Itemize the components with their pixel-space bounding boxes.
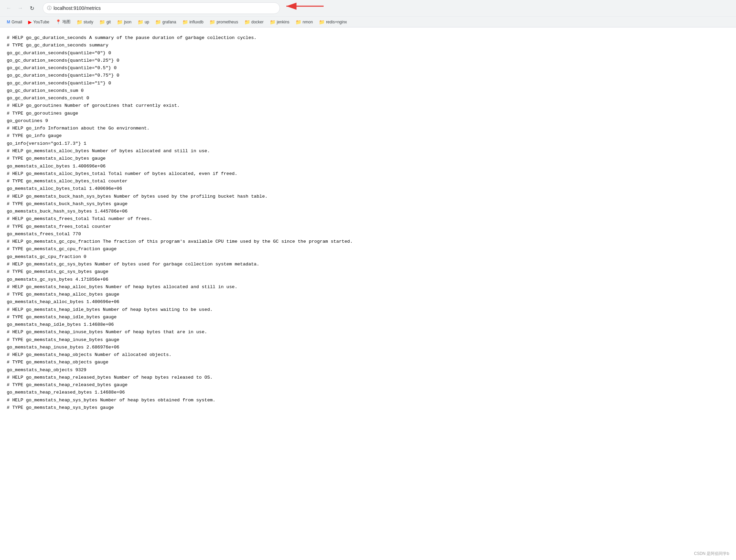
address-bar-row: ← → ↻ ⓘ localhost:9100/metrics (0, 0, 736, 16)
bookmark-redis-nginx[interactable]: 📁 redis+nginx (316, 18, 350, 26)
bookmark-prometheus[interactable]: 📁 prometheus (207, 18, 241, 26)
bookmark-label: redis+nginx (326, 20, 347, 24)
browser-chrome: ← → ↻ ⓘ localhost:9100/metrics (0, 0, 736, 27)
bookmark-label: up (145, 20, 149, 24)
metrics-content: # HELP go_gc_duration_seconds A summary … (0, 27, 736, 418)
folder-icon: 📁 (319, 19, 325, 25)
metrics-line: # HELP go_memstats_heap_sys_bytes Number… (7, 397, 729, 404)
folder-icon: 📁 (155, 19, 161, 25)
maps-icon: 📍 (56, 19, 61, 24)
metrics-line: go_memstats_buck_hash_sys_bytes 1.445786… (7, 208, 729, 215)
metrics-line: # TYPE go_memstats_heap_idle_bytes gauge (7, 314, 729, 321)
metrics-line: # HELP go_memstats_heap_alloc_bytes Numb… (7, 283, 729, 291)
address-bar[interactable]: ⓘ localhost:9100/metrics (43, 2, 280, 14)
metrics-line: go_memstats_heap_released_bytes 1.14688e… (7, 389, 729, 396)
metrics-line: # TYPE go_memstats_heap_sys_bytes gauge (7, 404, 729, 412)
metrics-line: # TYPE go_memstats_heap_inuse_bytes gaug… (7, 336, 729, 344)
metrics-line: go_memstats_heap_alloc_bytes 1.400696e+0… (7, 298, 729, 306)
metrics-line: go_gc_duration_seconds_count 0 (7, 95, 729, 102)
folder-icon: 📁 (117, 19, 123, 25)
bookmark-label: study (84, 20, 94, 24)
metrics-line: go_memstats_heap_objects 9329 (7, 366, 729, 374)
metrics-line: # HELP go_memstats_frees_total Total num… (7, 215, 729, 223)
metrics-line: go_memstats_gc_sys_bytes 4.171856e+06 (7, 276, 729, 283)
security-icon: ⓘ (47, 5, 52, 11)
bookmark-label: YouTube (33, 20, 49, 24)
metrics-line: # TYPE go_memstats_alloc_bytes_total cou… (7, 178, 729, 185)
bookmark-up[interactable]: 📁 up (135, 18, 152, 26)
metrics-line: # HELP go_goroutines Number of goroutine… (7, 102, 729, 109)
metrics-line: # HELP go_memstats_buck_hash_sys_bytes N… (7, 193, 729, 200)
bookmark-gmail[interactable]: M Gmail (4, 19, 25, 25)
metrics-line: # TYPE go_memstats_buck_hash_sys_bytes g… (7, 200, 729, 208)
metrics-line: go_gc_duration_seconds{quantile="1"} 0 (7, 80, 729, 87)
metrics-line: # HELP go_memstats_heap_inuse_bytes Numb… (7, 328, 729, 336)
gmail-icon: M (7, 20, 10, 24)
nav-buttons: ← → ↻ (4, 3, 37, 13)
bookmark-grafana[interactable]: 📁 grafana (152, 18, 179, 26)
metrics-line: # TYPE go_memstats_gc_sys_bytes gauge (7, 268, 729, 276)
metrics-line: go_gc_duration_seconds{quantile="0.75"} … (7, 72, 729, 79)
bookmark-label: 地图 (62, 19, 70, 25)
metrics-line: # HELP go_memstats_gc_sys_bytes Number o… (7, 261, 729, 268)
bookmark-label: git (106, 20, 111, 24)
folder-icon: 📁 (77, 19, 82, 25)
back-button[interactable]: ← (4, 3, 14, 13)
url-display: localhost:9100/metrics (54, 5, 101, 11)
metrics-line: # HELP go_info Information about the Go … (7, 125, 729, 132)
metrics-line: # HELP go_memstats_heap_idle_bytes Numbe… (7, 306, 729, 314)
bookmark-youtube[interactable]: ▶ YouTube (25, 18, 52, 26)
metrics-line: # TYPE go_memstats_heap_objects gauge (7, 359, 729, 366)
bookmark-label: jenkins (277, 20, 289, 24)
metrics-line: go_goroutines 9 (7, 117, 729, 125)
metrics-line: # TYPE go_goroutines gauge (7, 110, 729, 117)
metrics-line: # HELP go_memstats_heap_objects Number o… (7, 351, 729, 359)
youtube-icon: ▶ (28, 19, 32, 25)
metrics-line: # HELP go_memstats_gc_cpu_fraction The f… (7, 238, 729, 245)
metrics-line: # TYPE go_memstats_heap_alloc_bytes gaug… (7, 291, 729, 298)
reload-button[interactable]: ↻ (27, 3, 37, 13)
metrics-line: # HELP go_memstats_alloc_bytes Number of… (7, 147, 729, 155)
folder-icon: 📁 (138, 19, 143, 25)
metrics-line: go_memstats_heap_idle_bytes 1.14688e+06 (7, 321, 729, 328)
metrics-line: # TYPE go_gc_duration_seconds summary (7, 42, 729, 49)
bookmark-jenkins[interactable]: 📁 jenkins (267, 18, 292, 26)
bookmark-maps[interactable]: 📍 地图 (53, 18, 73, 26)
metrics-line: # TYPE go_info gauge (7, 132, 729, 140)
metrics-line: go_gc_duration_seconds{quantile="0"} 0 (7, 49, 729, 57)
bookmark-influxdb[interactable]: 📁 influxdb (180, 18, 206, 26)
bookmark-git[interactable]: 📁 git (97, 18, 114, 26)
bookmark-docker[interactable]: 📁 docker (242, 18, 266, 26)
folder-icon: 📁 (295, 19, 301, 25)
csdn-watermark: CSDN 是阿佰同学b (694, 551, 729, 557)
metrics-line: go_gc_duration_seconds_sum 0 (7, 87, 729, 95)
folder-icon: 📁 (270, 19, 275, 25)
bookmark-label: nmon (303, 20, 313, 24)
metrics-line: # TYPE go_memstats_gc_cpu_fraction gauge (7, 245, 729, 253)
bookmark-study[interactable]: 📁 study (74, 18, 96, 26)
bookmarks-bar: M Gmail ▶ YouTube 📍 地图 📁 study 📁 git 📁 j… (0, 16, 736, 27)
metrics-line: go_memstats_frees_total 770 (7, 231, 729, 238)
metrics-line: # HELP go_memstats_heap_released_bytes N… (7, 374, 729, 381)
bookmark-json[interactable]: 📁 json (114, 18, 134, 26)
bookmark-label: Gmail (12, 20, 22, 24)
annotation-arrow (283, 0, 327, 14)
metrics-line: go_memstats_alloc_bytes 1.400696e+06 (7, 163, 729, 170)
bookmark-label: influxdb (189, 20, 203, 24)
bookmark-label: grafana (162, 20, 176, 24)
metrics-line: # HELP go_gc_duration_seconds A summary … (7, 34, 729, 42)
metrics-line: # TYPE go_memstats_alloc_bytes gauge (7, 155, 729, 162)
bookmark-label: prometheus (217, 20, 238, 24)
bookmark-label: json (124, 20, 131, 24)
metrics-line: # TYPE go_memstats_frees_total counter (7, 223, 729, 231)
metrics-line: # HELP go_memstats_alloc_bytes_total Tot… (7, 170, 729, 178)
metrics-line: go_info{version="go1.17.3"} 1 (7, 140, 729, 147)
folder-icon: 📁 (209, 19, 215, 25)
metrics-line: go_memstats_gc_cpu_fraction 0 (7, 253, 729, 261)
folder-icon: 📁 (99, 19, 105, 25)
metrics-line: # TYPE go_memstats_heap_released_bytes g… (7, 381, 729, 389)
bookmark-nmon[interactable]: 📁 nmon (293, 18, 315, 26)
folder-icon: 📁 (244, 19, 250, 25)
forward-button[interactable]: → (16, 3, 25, 13)
metrics-line: go_gc_duration_seconds{quantile="0.25"} … (7, 57, 729, 64)
